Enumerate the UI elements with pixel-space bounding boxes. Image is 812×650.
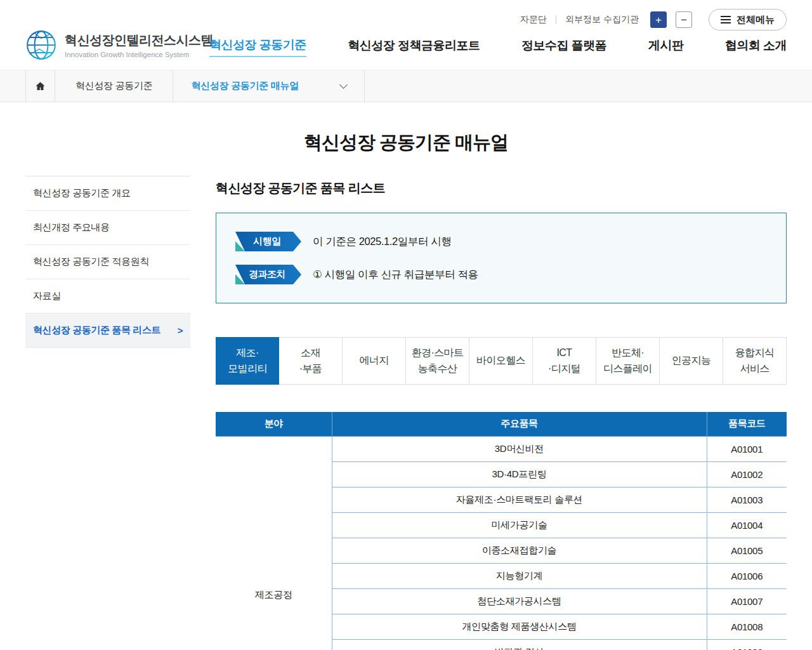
item-cell: 첨단소재가공시스템 bbox=[332, 588, 707, 614]
code-cell: A01006 bbox=[707, 563, 787, 588]
nav-item-council-intro[interactable]: 협의회 소개 bbox=[725, 37, 787, 56]
sidebar-item-overview[interactable]: 혁신성장 공동기준 개요 bbox=[25, 176, 190, 211]
section-title: 혁신성장 공동기준 품목 리스트 bbox=[216, 180, 787, 197]
table-header-row: 분야 주요품목 품목코드 bbox=[216, 412, 787, 436]
logo-subtitle: Innovation Growth Intelligence System bbox=[65, 51, 213, 58]
nav-item-common-standard[interactable]: 혁신성장 공동기준 bbox=[209, 37, 306, 57]
item-cell: 미세가공기술 bbox=[332, 512, 707, 538]
table-row: 제조공정 3D머신비전 A01001 bbox=[216, 436, 787, 461]
all-menu-button[interactable]: 전체메뉴 bbox=[709, 9, 787, 30]
code-cell: A01007 bbox=[707, 588, 787, 614]
item-cell: 개인맞춤형 제품생산시스템 bbox=[332, 614, 707, 639]
code-cell: A01004 bbox=[707, 512, 787, 538]
nav-item-board[interactable]: 게시판 bbox=[648, 37, 684, 56]
font-zoom-out-button[interactable]: − bbox=[676, 11, 692, 28]
sidebar-item-archive[interactable]: 자료실 bbox=[25, 279, 190, 314]
item-list-table: 분야 주요품목 품목코드 제조공정 3D머신비전 A01001 3D·4D프린팅… bbox=[216, 412, 787, 650]
column-header-category: 분야 bbox=[216, 412, 332, 436]
breadcrumb-home[interactable] bbox=[25, 70, 55, 102]
logo-title: 혁신성장인텔리전스시스템 bbox=[65, 32, 213, 49]
item-cell: 비파괴 검사 bbox=[332, 639, 707, 650]
all-menu-label: 전체메뉴 bbox=[737, 14, 775, 26]
breadcrumb-level1[interactable]: 혁신성장 공동기준 bbox=[55, 70, 173, 102]
tab-ict-digital[interactable]: ICT ·디지털 bbox=[532, 337, 596, 385]
tab-energy[interactable]: 에너지 bbox=[342, 337, 406, 385]
font-zoom-in-button[interactable]: + bbox=[650, 11, 667, 28]
logo[interactable]: 혁신성장인텔리전스시스템 Innovation Growth Intellige… bbox=[25, 29, 213, 61]
advisory-link[interactable]: 자문단 bbox=[518, 14, 549, 25]
tab-environment-smart-agriculture[interactable]: 환경·스마트 농축수산 bbox=[405, 337, 469, 385]
code-cell: A01003 bbox=[707, 487, 787, 512]
tab-manufacturing-mobility[interactable]: 제조· 모빌리티 bbox=[216, 337, 279, 385]
sidebar-item-application-principles[interactable]: 혁신성장 공동기준 적용원칙 bbox=[25, 245, 190, 279]
global-nav: 혁신성장 공동기준 혁신성장 정책금융리포트 정보수집 플랫폼 게시판 협의회 … bbox=[209, 28, 787, 66]
main-content: 혁신성장 공동기준 품목 리스트 시행일 이 기준은 2025.1.2일부터 시… bbox=[216, 180, 787, 650]
sidebar-item-item-list[interactable]: 혁신성장 공동기준 품목 리스트 > bbox=[25, 314, 190, 348]
item-cell: 자율제조·스마트팩토리 솔루션 bbox=[332, 487, 707, 512]
nav-item-policy-finance-report[interactable]: 혁신성장 정책금융리포트 bbox=[348, 37, 480, 56]
tab-materials-parts[interactable]: 소재 ·부품 bbox=[278, 337, 343, 385]
sidebar-item-latest-revision[interactable]: 최신개정 주요내용 bbox=[25, 211, 190, 245]
home-icon bbox=[35, 81, 46, 91]
hamburger-icon bbox=[721, 16, 731, 23]
notice-text: ① 시행일 이후 신규 취급분부터 적용 bbox=[313, 268, 478, 282]
sidebar: 혁신성장 공동기준 개요 최신개정 주요내용 혁신성장 공동기준 적용원칙 자료… bbox=[25, 176, 190, 348]
tab-ai[interactable]: 인공지능 bbox=[659, 337, 723, 385]
column-header-item: 주요품목 bbox=[332, 412, 707, 436]
effective-date-badge: 시행일 bbox=[235, 232, 301, 251]
code-cell: A01005 bbox=[707, 538, 787, 563]
page-title: 혁신성장 공동기준 매뉴얼 bbox=[0, 130, 812, 156]
breadcrumb: 혁신성장 공동기준 혁신성장 공동기준 매뉴얼 bbox=[0, 70, 812, 102]
external-info-link[interactable]: 외부정보 수집기관 bbox=[563, 14, 641, 25]
category-tabs: 제조· 모빌리티 소재 ·부품 에너지 환경·스마트 농축수산 바이오헬스 IC… bbox=[216, 337, 787, 385]
tab-semiconductor-display[interactable]: 반도체· 디스플레이 bbox=[596, 337, 660, 385]
category-cell: 제조공정 bbox=[216, 436, 332, 650]
item-cell: 3D·4D프린팅 bbox=[332, 461, 707, 487]
transition-measure-badge: 경과조치 bbox=[235, 265, 301, 284]
page: 자문단 외부정보 수집기관 + − 전체메뉴 혁신 bbox=[0, 0, 812, 650]
nav-item-info-platform[interactable]: 정보수집 플랫폼 bbox=[521, 37, 606, 56]
notice-effective-date: 시행일 이 기준은 2025.1.2일부터 시행 bbox=[235, 232, 767, 251]
column-header-code: 품목코드 bbox=[707, 412, 787, 436]
code-cell: A01002 bbox=[707, 461, 787, 487]
code-cell: A01009 bbox=[707, 639, 787, 650]
notice-text: 이 기준은 2025.1.2일부터 시행 bbox=[313, 235, 451, 249]
utility-bar: 자문단 외부정보 수집기관 + − 전체메뉴 bbox=[518, 9, 787, 30]
item-cell: 3D머신비전 bbox=[332, 436, 707, 461]
globe-logo-icon bbox=[25, 29, 57, 61]
notice-box: 시행일 이 기준은 2025.1.2일부터 시행 경과조치 ① 시행일 이후 신… bbox=[216, 213, 787, 303]
item-cell: 지능형기계 bbox=[332, 563, 707, 588]
divider bbox=[556, 15, 556, 24]
breadcrumb-current-dropdown[interactable]: 혁신성장 공동기준 매뉴얼 bbox=[173, 70, 365, 102]
item-cell: 이종소재접합기술 bbox=[332, 538, 707, 563]
code-cell: A01001 bbox=[707, 436, 787, 461]
tab-convergence-knowledge-service[interactable]: 융합지식 서비스 bbox=[723, 337, 787, 385]
code-cell: A01008 bbox=[707, 614, 787, 639]
chevron-right-icon: > bbox=[178, 325, 183, 336]
chevron-down-icon bbox=[340, 81, 348, 89]
notice-transition-measure: 경과조치 ① 시행일 이후 신규 취급분부터 적용 bbox=[235, 265, 767, 284]
header: 혁신성장인텔리전스시스템 Innovation Growth Intellige… bbox=[0, 28, 812, 70]
tab-bio-health[interactable]: 바이오헬스 bbox=[469, 337, 533, 385]
